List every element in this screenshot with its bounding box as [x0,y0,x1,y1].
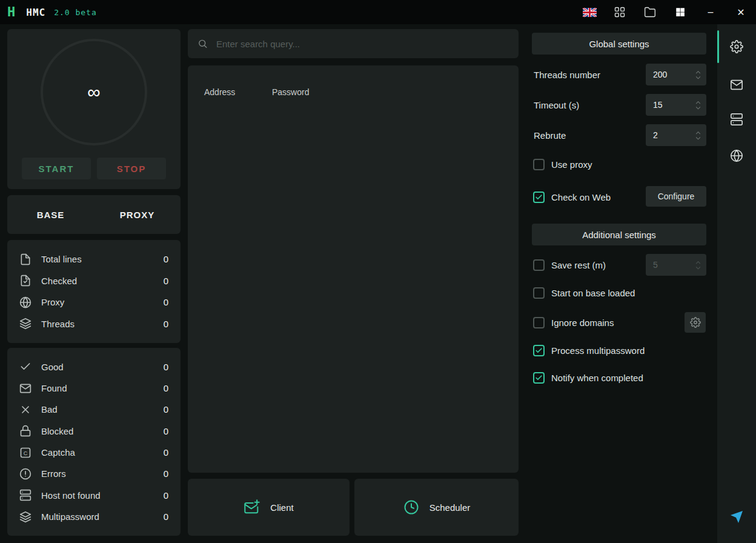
save-rest-label: Save rest (m) [551,260,606,270]
layers-icon [19,511,31,523]
rebrute-row: Rebrute 2 [526,124,712,146]
threads-number-row: Threads number 200 [526,64,712,85]
threads-number-value: 200 [653,70,667,79]
folder-icon[interactable] [635,0,665,24]
rebrute-input[interactable]: 2 [646,124,706,146]
error-icon [19,468,31,480]
tab-base[interactable]: BASE [7,210,94,220]
base-stats-panel: Total lines 0 Checked 0 Proxy 0 Threads … [7,240,181,343]
notify-when-completed-checkbox[interactable] [533,372,545,384]
search-icon [197,38,208,49]
tab-proxy[interactable]: PROXY [94,210,181,220]
stat-value: 0 [164,297,168,307]
column-header-address[interactable]: Address [204,87,272,97]
file-icon [19,253,31,265]
use-proxy-checkbox[interactable] [533,159,545,170]
threads-number-input[interactable]: 200 [646,64,706,85]
mail-icon [19,382,31,395]
windows-icon[interactable] [665,0,695,24]
app-version: 2.0 beta [54,8,97,17]
layers-icon [19,318,31,330]
stat-value: 0 [164,362,168,372]
gear-icon [690,317,701,328]
stat-row-host-not-found: Host not found 0 [7,489,181,501]
check-on-web-row: Check on Web Configure [526,186,712,208]
timeout-label: Timeout (s) [534,100,579,110]
scheduler-button-label: Scheduler [429,502,471,513]
stat-value: 0 [164,404,168,415]
globe-icon[interactable] [724,144,749,168]
ignore-domains-gear-button[interactable] [685,312,706,333]
search-input[interactable] [216,39,509,49]
spinner-arrows[interactable] [695,100,701,110]
settings-panel: Global settings Threads number 200 Timeo… [526,24,712,543]
chevron-up-icon [695,130,701,135]
telegram-icon[interactable] [724,505,749,529]
results-stats-panel: Good 0 Found 0 Bad 0 Blocked 0 C Captcha… [7,348,181,536]
configure-button[interactable]: Configure [646,186,706,207]
spinner-arrows[interactable] [695,130,701,141]
start-on-base-loaded-checkbox[interactable] [533,287,545,299]
stat-label: Bad [41,404,58,415]
scheduler-button[interactable]: Scheduler [354,479,519,536]
base-proxy-tabs: BASE PROXY [7,195,181,234]
stat-row-errors: Errors 0 [7,468,181,480]
search-bar [188,29,519,58]
modules-grid-icon[interactable] [605,0,635,24]
spinner-arrows[interactable] [695,260,701,270]
stat-row-total-lines: Total lines 0 [7,253,181,265]
rebrute-value: 2 [653,130,658,140]
ignore-domains-checkbox[interactable] [533,317,545,328]
check-on-web-label: Check on Web [551,192,611,202]
stat-row-found: Found 0 [7,382,181,395]
timeout-value: 15 [653,100,663,110]
close-button[interactable]: ✕ [726,0,756,24]
svg-text:C: C [24,450,28,456]
active-tab-indicator [717,30,719,63]
use-proxy-label: Use proxy [551,159,592,170]
app-name: HMC [26,7,45,18]
stat-value: 0 [164,468,168,479]
right-icon-sidebar [717,24,756,543]
start-button[interactable]: START [22,158,91,179]
stat-row-blocked: Blocked 0 [7,425,181,437]
spinner-arrows[interactable] [695,70,701,80]
threads-number-label: Threads number [534,70,600,80]
stat-label: Found [41,383,67,393]
process-multipassword-checkbox[interactable] [533,345,545,356]
minimize-button[interactable]: – [695,0,726,24]
save-rest-value: 5 [653,260,658,270]
column-header-password[interactable]: Password [272,87,309,97]
stat-value: 0 [164,383,168,393]
stat-row-checked: Checked 0 [7,275,181,287]
stat-label: Checked [41,276,77,286]
chevron-down-icon [695,136,701,141]
stat-label: Threads [41,319,75,329]
table-header-row: Address Password [188,65,519,97]
language-flag-icon[interactable] [574,0,605,24]
start-on-base-loaded-row: Start on base loaded [526,285,712,300]
mail-icon[interactable] [724,73,749,97]
gear-icon[interactable] [724,35,749,59]
server-icon[interactable] [724,107,749,132]
titlebar-controls: – ✕ [574,0,756,24]
stop-button[interactable]: STOP [97,158,166,179]
run-control-panel: ∞ START STOP [7,29,181,189]
chevron-down-icon [695,265,701,270]
stat-value: 0 [164,447,168,458]
stat-row-proxy: Proxy 0 [7,296,181,308]
ignore-domains-row: Ignore domains [526,312,712,333]
stat-row-good: Good 0 [7,361,181,373]
process-multipassword-label: Process multipassword [551,345,645,356]
server-icon [19,489,31,501]
save-rest-input[interactable]: 5 [646,254,706,276]
timeout-input[interactable]: 15 [646,94,706,116]
check-on-web-checkbox[interactable] [533,192,545,203]
save-rest-checkbox[interactable] [533,259,545,271]
start-on-base-loaded-label: Start on base loaded [551,288,635,298]
stat-label: Multipassword [41,511,99,522]
check-icon [535,374,543,382]
check-icon [19,361,31,373]
global-settings-header: Global settings [532,33,706,55]
client-button[interactable]: Client [188,479,350,536]
